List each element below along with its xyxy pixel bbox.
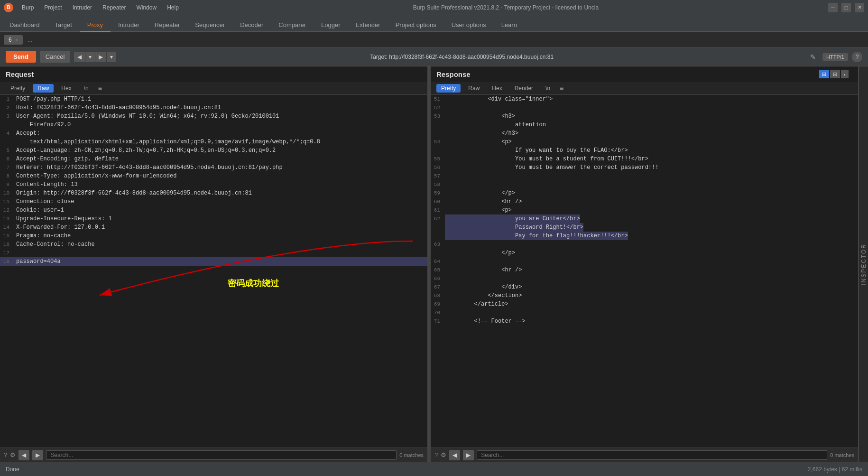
tab-learn[interactable]: Learn <box>494 19 525 32</box>
view-single[interactable]: ▪ <box>841 70 849 78</box>
line-content: Connection: close <box>14 197 74 206</box>
tab-proxy[interactable]: Proxy <box>80 19 111 32</box>
request-line-9: 9Content-Length: 13 <box>0 180 427 189</box>
response-search-help-icon[interactable]: ? <box>434 451 438 458</box>
view-split-vertical[interactable]: ⊞ <box>830 70 840 78</box>
line-content <box>14 249 16 257</box>
response-tab-newline[interactable]: \n <box>541 84 555 93</box>
nav-forward-dropdown[interactable]: ▾ <box>107 52 116 62</box>
title-bar: B Burp Project Intruder Repeater Window … <box>0 0 868 15</box>
sub-tab-6[interactable]: 6 × <box>4 35 23 45</box>
view-split-horizontal[interactable]: ⊟ <box>819 70 829 78</box>
tab-extender[interactable]: Extender <box>348 19 388 32</box>
line-number: 65 <box>431 266 445 274</box>
response-line-70: 70 <box>431 308 858 317</box>
line-number: 9 <box>0 180 14 189</box>
line-number: 18 <box>0 257 14 266</box>
request-search-forward[interactable]: ▶ <box>32 450 43 460</box>
menu-intruder[interactable]: Intruder <box>68 3 97 12</box>
response-tab-menu[interactable]: ≡ <box>558 84 565 92</box>
response-line-67: 67 </div> <box>431 283 858 291</box>
help-button[interactable]: ? <box>852 52 862 62</box>
request-line-1: 1POST /pay.php HTTP/1.1 <box>0 95 427 103</box>
line-number: 4 <box>0 129 14 138</box>
line-content: </div> <box>445 283 522 291</box>
menu-burp[interactable]: Burp <box>17 3 38 12</box>
request-tab-newline[interactable]: \n <box>79 84 93 93</box>
tab-user-options[interactable]: User options <box>444 19 494 32</box>
line-content: you are Cuiter</br> <box>445 215 580 223</box>
response-tab-raw[interactable]: Raw <box>463 84 484 93</box>
request-line-14: 14X-Forwarded-For: 127.0.0.1 <box>0 223 427 232</box>
tab-target[interactable]: Target <box>47 19 80 32</box>
request-tab-hex[interactable]: Hex <box>56 84 76 93</box>
line-number: 69 <box>431 300 445 308</box>
request-tabs: Pretty Raw Hex \n ≡ <box>0 82 427 95</box>
line-content: Accept: <box>14 129 40 138</box>
request-code-area[interactable]: 1POST /pay.php HTTP/1.12Host: f0328f3f-6… <box>0 95 427 448</box>
line-number <box>431 249 445 257</box>
line-content: text/html,application/xhtml+xml,applicat… <box>14 138 320 146</box>
line-number <box>0 121 14 129</box>
request-search-back[interactable]: ◀ <box>18 450 29 460</box>
response-search-settings-icon[interactable]: ⚙ <box>441 451 446 458</box>
line-content: Accept-Encoding: gzip, deflate <box>14 155 119 163</box>
line-number: 6 <box>0 155 14 163</box>
menu-project[interactable]: Project <box>39 3 66 12</box>
tab-project-options[interactable]: Project options <box>388 19 444 32</box>
request-tab-pretty[interactable]: Pretty <box>6 84 30 93</box>
response-search-input[interactable] <box>477 450 827 460</box>
line-number: 59 <box>431 189 445 197</box>
response-line-63b: </p> <box>431 249 858 257</box>
line-number: 13 <box>0 215 14 223</box>
line-content: User-Agent: Mozilla/5.0 (Windows NT 10.0… <box>14 112 279 121</box>
request-search-help-icon[interactable]: ? <box>4 451 7 458</box>
sub-tab-bar: 6 × ... <box>0 32 868 47</box>
nav-back-dropdown[interactable]: ▾ <box>85 52 95 62</box>
cancel-button[interactable]: Cancel <box>40 51 70 63</box>
request-search-input[interactable] <box>46 450 397 460</box>
more-tabs[interactable]: ... <box>25 36 36 43</box>
response-line-53: 53 <h3> <box>431 112 858 121</box>
response-search-forward[interactable]: ▶ <box>463 450 474 460</box>
line-content <box>445 308 447 317</box>
request-tab-menu[interactable]: ≡ <box>96 84 104 92</box>
request-tab-raw[interactable]: Raw <box>33 84 54 93</box>
minimize-button[interactable]: ─ <box>828 3 838 12</box>
nav-forward-button[interactable]: ▶ <box>95 52 106 62</box>
request-pane: Request Pretty Raw Hex \n ≡ 1POST /pay.p… <box>0 66 428 462</box>
line-content: Referer: http://f0328f3f-662f-4c43-8dd8-… <box>14 163 283 172</box>
edit-target-button[interactable]: ✎ <box>807 52 819 62</box>
close-tab-6[interactable]: × <box>15 37 18 43</box>
send-button[interactable]: Send <box>6 51 36 63</box>
tab-decoder[interactable]: Decoder <box>232 19 271 32</box>
close-button[interactable]: ✕ <box>855 3 864 12</box>
response-search-matches: 0 matches <box>830 452 854 458</box>
line-content: Accept-Language: zh-CN,zh;q=0.8,zh-TW;q=… <box>14 146 276 155</box>
response-line-68: 68 </section> <box>431 291 858 300</box>
response-search-back[interactable]: ◀ <box>449 450 460 460</box>
request-search-settings-icon[interactable]: ⚙ <box>10 451 16 458</box>
window-controls: ─ □ ✕ <box>828 3 864 12</box>
tab-comparer[interactable]: Comparer <box>271 19 314 32</box>
response-tab-render[interactable]: Render <box>510 84 538 93</box>
line-number: 17 <box>0 249 14 257</box>
response-line-62c: Pay for the flag!!!hacker!!!</br> <box>431 232 858 240</box>
line-content: </section> <box>445 291 522 300</box>
menu-window[interactable]: Window <box>131 3 161 12</box>
menu-repeater[interactable]: Repeater <box>98 3 130 12</box>
response-tab-pretty[interactable]: Pretty <box>436 84 461 93</box>
response-code-area[interactable]: 51 <div class="inner">5253 <h3> attentio… <box>431 95 858 448</box>
tab-dashboard[interactable]: Dashboard <box>2 19 47 32</box>
maximize-button[interactable]: □ <box>841 3 851 12</box>
nav-back-button[interactable]: ◀ <box>74 52 85 62</box>
tab-logger[interactable]: Logger <box>314 19 348 32</box>
response-line-56: 56 You must be answer the correct passwo… <box>431 163 858 172</box>
response-tab-hex[interactable]: Hex <box>487 84 507 93</box>
response-line-52: 52 <box>431 103 858 112</box>
tab-sequencer[interactable]: Sequencer <box>187 19 232 32</box>
menu-help[interactable]: Help <box>162 3 184 12</box>
response-line-58: 58 <box>431 180 858 189</box>
tab-intruder[interactable]: Intruder <box>111 19 147 32</box>
tab-repeater[interactable]: Repeater <box>147 19 187 32</box>
